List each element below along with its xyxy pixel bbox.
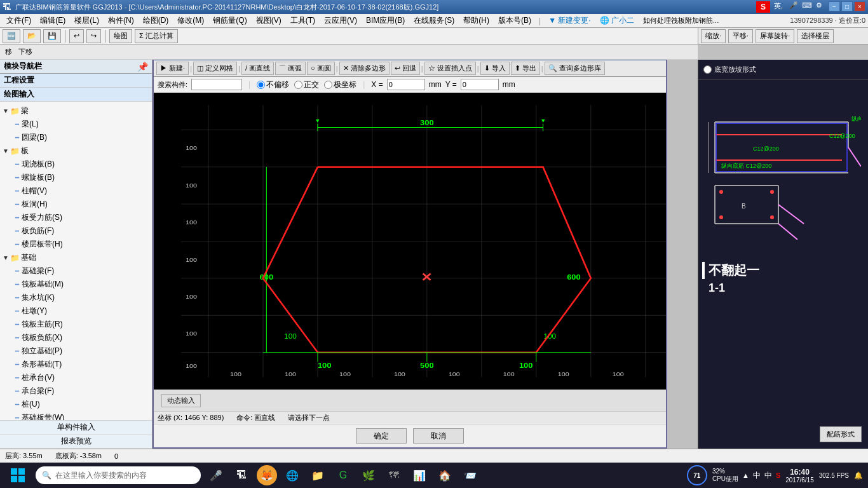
menu-file[interactable]: 文件(F) [3,14,35,27]
nav-item-slab-neg[interactable]: ━板负筋(F) [0,224,152,238]
undo-btn[interactable]: ↩ [69,29,84,43]
calc-btn[interactable]: Σ 汇总计算 [135,29,178,43]
select-btn[interactable]: 选择楼层 [797,29,834,43]
menu-modify[interactable]: 修改(M) [173,14,208,27]
close-button[interactable]: × [854,1,865,11]
draw-btn[interactable]: 绘图 [109,29,132,43]
nav-item-slab-rebar-s[interactable]: ━板受力筋(S) [0,211,152,224]
minimize-button[interactable]: − [829,1,840,11]
lang-tray[interactable]: 中 [753,470,761,481]
taskbar-app-2[interactable]: 🦊 [257,465,277,485]
y-input[interactable] [461,79,499,90]
nav-item-strip[interactable]: ━条形基础(T) [0,358,152,371]
taskbar-app-1[interactable]: 🏗 [231,465,252,485]
notification-icon[interactable]: 🔔 [854,471,863,480]
new-polygon-btn[interactable]: ▶ 新建· [156,62,189,75]
new-btn[interactable]: 🆕 [3,29,20,43]
nav-item-floor-strip[interactable]: ━楼层板带(H) [0,238,152,251]
menu-new-change[interactable]: ▼ 新建变更· [545,14,595,27]
tray-up-arrow[interactable]: ▲ [742,471,749,479]
draw-line-btn[interactable]: / 画直线 [241,62,274,75]
canvas-area[interactable]: 100 100 100 100 100 100 100 100 100 100 … [154,93,666,390]
menu-tip[interactable]: 如何处理筏板附加钢筋... [639,15,722,27]
taskbar-mic-icon[interactable]: 🎤 [206,465,226,485]
move-btn[interactable]: 平移· [728,29,753,43]
nav-item-cap-beam[interactable]: ━承台梁(F) [0,384,152,398]
nav-group-foundation[interactable]: ▼ 📁 基础 [0,251,152,264]
nav-item-col-cap[interactable]: ━柱帽(V) [0,184,152,198]
radio-orthogonal[interactable]: 正交 [294,79,319,90]
menu-cloud[interactable]: 云应用(V) [320,14,361,27]
nav-item-cast-slab[interactable]: ━现浇板(B) [0,158,152,171]
import-btn[interactable]: ⬇ 导入 [480,62,510,75]
nav-item-beam-l[interactable]: ━ 梁(L) [0,118,152,131]
nav-item-spiral-slab[interactable]: ━螺旋板(B) [0,171,152,184]
taskbar-app-8[interactable]: 📊 [409,465,430,485]
taskbar-search[interactable]: 🔍 在这里输入你要搜索的内容 [36,466,201,484]
save-btn[interactable]: 💾 [43,29,61,43]
nav-group-slab[interactable]: ▼ 📁 板 [0,144,152,158]
nav-item-sump[interactable]: ━集水坑(K) [0,291,152,304]
menu-version[interactable]: 版本号(B) [494,14,535,27]
taskbar-app-5[interactable]: G [333,465,353,485]
define-grid-btn[interactable]: ◫ 定义网格 [193,62,237,75]
nav-group-beam[interactable]: ▼ 📁 梁 [0,104,152,118]
nav-item-raft-neg[interactable]: ━筏板负筋(X) [0,331,152,344]
search-input[interactable] [191,79,242,90]
set-insert-btn[interactable]: ☆ 设置插入点 [424,62,476,75]
dynamic-input-label[interactable]: 动态输入 [161,394,201,407]
ime-icon[interactable]: 中 [764,470,772,481]
x-input[interactable] [387,79,425,90]
taskbar-app-10[interactable]: 📨 [460,465,480,485]
slope-radio[interactable]: 底宽放坡形式 [703,65,863,74]
nav-item-foundation-strip[interactable]: ━基础板带(W) [0,411,152,420]
cancel-button[interactable]: 取消 [413,428,464,444]
menu-guang[interactable]: 🌐 广小二 [596,14,638,27]
start-button[interactable] [5,464,31,487]
ok-button[interactable]: 确定 [356,428,407,444]
export-btn[interactable]: ⬆ 导出 [511,62,540,75]
nav-item-foundation-beam[interactable]: ━基础梁(F) [0,264,152,278]
radio-no-offset[interactable]: 不偏移 [257,79,289,90]
menu-tools[interactable]: 工具(T) [287,14,319,27]
taskbar-app-9[interactable]: 🏠 [435,465,455,485]
draw-arc-btn[interactable]: ⌒ 画弧 [275,62,306,75]
menu-rebar[interactable]: 钢筋量(Q) [209,14,250,27]
nav-item-beam-b[interactable]: ━ 圆梁(B) [0,131,152,144]
radio-polar[interactable]: 极坐标 [324,79,356,90]
menu-bim[interactable]: BIM应用(B) [362,14,409,27]
menu-draw[interactable]: 绘图(D) [139,14,173,27]
rotate-btn[interactable]: 屏幕旋转· [756,29,794,43]
taskbar-app-3[interactable]: 🌐 [282,465,302,485]
rebar-config-btn[interactable]: 配筋形式 [820,426,862,442]
menu-view[interactable]: 视图(V) [252,14,285,27]
report-preview-btn[interactable]: 报表预览 [0,435,152,449]
single-input-btn[interactable]: 单构件输入 [0,421,152,435]
nav-item-col-pier[interactable]: ━柱墩(Y) [0,304,152,318]
nav-item-pile[interactable]: ━桩(U) [0,398,152,411]
redo-btn[interactable]: ↪ [86,29,101,43]
nav-item-raft[interactable]: ━筏板基础(M) [0,278,152,291]
sidebar-section2[interactable]: 绘图输入 [0,88,152,102]
taskbar-app-6[interactable]: 🌿 [358,465,379,485]
taskbar-app-4[interactable]: 📁 [308,465,328,485]
draw-circle-btn[interactable]: ○ 画圆 [307,62,335,75]
taskbar-app-7[interactable]: 🗺 [384,465,404,485]
sidebar-section1[interactable]: 工程设置 [0,74,152,88]
menu-component[interactable]: 构件(N) [104,14,138,27]
menu-help[interactable]: 帮助(H) [459,14,493,27]
undo-polygon-btn[interactable]: ↩ 回退 [391,62,420,75]
nav-item-pile-cap[interactable]: ━桩承台(V) [0,371,152,384]
search-polygon-btn[interactable]: 🔍 查询多边形库 [545,62,605,75]
menu-online[interactable]: 在线服务(S) [410,14,458,27]
nav-item-isolated[interactable]: ━独立基础(P) [0,344,152,358]
menu-edit[interactable]: 编辑(E) [36,14,69,27]
sidebar-pin[interactable]: 📌 [137,62,148,72]
menu-floor[interactable]: 楼层(L) [71,14,103,27]
open-btn[interactable]: 📂 [23,29,41,43]
clear-polygon-btn[interactable]: ✕ 清除多边形 [339,62,390,75]
maximize-button[interactable]: □ [841,1,853,11]
nav-item-slab-hole[interactable]: ━板洞(H) [0,198,152,211]
nav-item-raft-main[interactable]: ━筏板主筋(R) [0,318,152,331]
zoom-in-btn[interactable]: 缩放· [701,29,726,43]
